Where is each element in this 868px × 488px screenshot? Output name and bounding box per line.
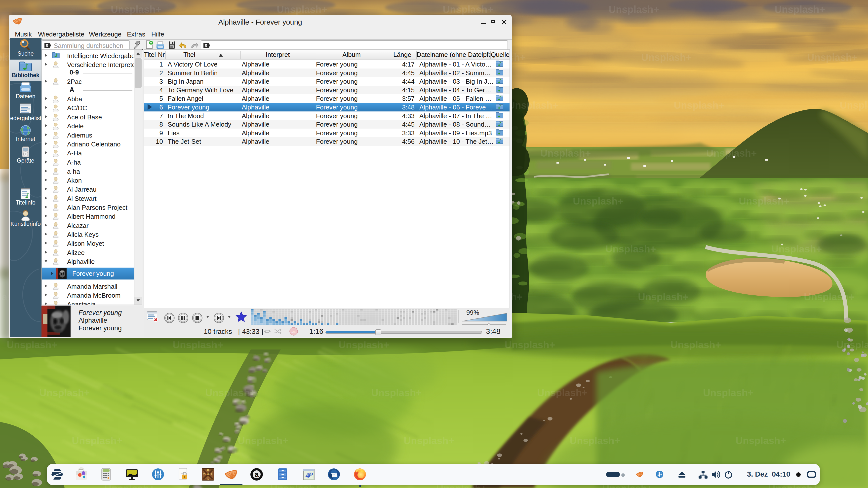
svg-text:S: S bbox=[210, 473, 212, 476]
svg-text:Unsplash+: Unsplash+ bbox=[775, 4, 825, 15]
svg-text:Unsplash+: Unsplash+ bbox=[111, 4, 161, 15]
svg-text:Unsplash+: Unsplash+ bbox=[703, 387, 753, 398]
svg-text:Unsplash+: Unsplash+ bbox=[504, 339, 555, 350]
svg-text:Unsplash+: Unsplash+ bbox=[540, 148, 591, 159]
svg-text:Unsplash+: Unsplash+ bbox=[537, 387, 588, 398]
svg-text:Unsplash+: Unsplash+ bbox=[277, 4, 327, 15]
svg-text:X: X bbox=[207, 477, 209, 480]
svg-text:P: P bbox=[308, 470, 313, 479]
svg-text:Unsplash+: Unsplash+ bbox=[508, 100, 558, 111]
svg-text:Unsplash+: Unsplash+ bbox=[807, 52, 858, 63]
svg-text:Unsplash+: Unsplash+ bbox=[173, 339, 223, 350]
svg-text:a: a bbox=[255, 470, 259, 478]
svg-text:Unsplash+: Unsplash+ bbox=[736, 435, 786, 446]
svg-text:B: B bbox=[207, 468, 209, 471]
svg-text:Unsplash+: Unsplash+ bbox=[443, 4, 493, 15]
svg-text:Unsplash+: Unsplash+ bbox=[72, 435, 122, 446]
svg-text:Unsplash+: Unsplash+ bbox=[609, 4, 659, 15]
svg-text:Unsplash+: Unsplash+ bbox=[371, 387, 422, 398]
svg-text:Unsplash+: Unsplash+ bbox=[706, 148, 757, 159]
svg-text:Unsplash+: Unsplash+ bbox=[671, 339, 721, 350]
svg-text:O: O bbox=[207, 472, 209, 476]
svg-text:Unsplash+: Unsplash+ bbox=[674, 100, 724, 111]
svg-text:Unsplash+: Unsplash+ bbox=[840, 100, 868, 111]
svg-text:Unsplash+: Unsplash+ bbox=[739, 196, 789, 206]
svg-text:Unsplash+: Unsplash+ bbox=[573, 196, 623, 206]
svg-text:Unsplash+: Unsplash+ bbox=[205, 387, 256, 398]
svg-text:Unsplash+: Unsplash+ bbox=[238, 435, 288, 446]
svg-text:Unsplash+: Unsplash+ bbox=[7, 339, 57, 350]
svg-text:Unsplash+: Unsplash+ bbox=[804, 291, 854, 302]
svg-text:as: as bbox=[292, 329, 296, 334]
svg-text:Unsplash+: Unsplash+ bbox=[570, 435, 620, 446]
svg-text:Unsplash+: Unsplash+ bbox=[771, 243, 822, 254]
svg-text:Unsplash+: Unsplash+ bbox=[606, 243, 656, 254]
svg-text:Unsplash+: Unsplash+ bbox=[836, 339, 868, 350]
svg-text:Unsplash+: Unsplash+ bbox=[39, 387, 90, 398]
svg-text:Unsplash+: Unsplash+ bbox=[641, 52, 692, 63]
svg-text:D: D bbox=[203, 473, 206, 476]
svg-text:Unsplash+: Unsplash+ bbox=[638, 291, 688, 302]
svg-text:Unsplash+: Unsplash+ bbox=[339, 339, 389, 350]
svg-text:Unsplash+: Unsplash+ bbox=[404, 435, 454, 446]
